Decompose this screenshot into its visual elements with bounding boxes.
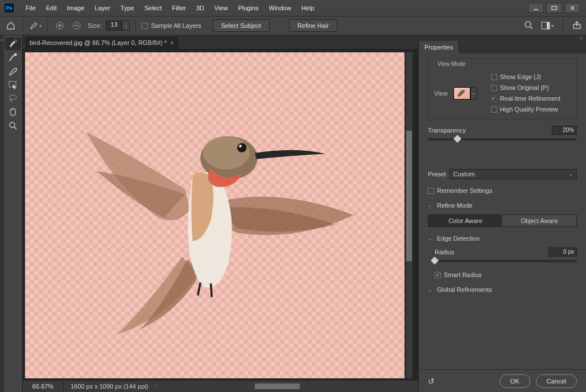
preset-dropdown[interactable]: Custom ⌄	[449, 169, 577, 179]
home-icon[interactable]	[5, 19, 17, 32]
view-mode-group: View Mode View ⌄ Show Edge (J) Show Orig…	[428, 58, 577, 120]
workspace-switch-icon[interactable]: ▾	[541, 22, 554, 30]
bird-image	[55, 72, 366, 358]
options-bar: ▾ Size: 13 ⌄ Sample All Layers Select Su…	[0, 16, 586, 35]
close-button[interactable]	[564, 3, 580, 13]
panel-footer: ↺ OK Cancel	[419, 369, 586, 392]
preset-label: Preset	[428, 171, 446, 178]
canvas[interactable]	[25, 52, 405, 378]
doc-tab[interactable]: bird-Recovered.jpg @ 66.7% (Layer 0, RGB…	[25, 36, 179, 49]
svg-point-25	[237, 143, 246, 152]
radius-slider[interactable]	[435, 260, 577, 262]
sample-all-layers-label: Sample All Layers	[151, 22, 201, 29]
edge-detection-header[interactable]: ⌄Edge Detection	[428, 235, 577, 242]
menu-layer[interactable]: Layer	[89, 0, 115, 16]
svg-point-22	[217, 176, 221, 180]
size-input[interactable]: 13	[106, 20, 122, 31]
add-selection-icon[interactable]	[53, 19, 66, 32]
refine-mode-header[interactable]: ⌄Refine Mode	[428, 202, 577, 209]
menu-file[interactable]: File	[20, 0, 41, 16]
dimensions-readout: 1600 px x 1090 px (144 ppi)	[64, 383, 155, 390]
realtime-refinement-checkbox: Real-time Refinement	[491, 95, 560, 102]
properties-tab[interactable]: Properties	[419, 41, 459, 53]
lasso-tool[interactable]	[5, 92, 21, 105]
svg-point-15	[14, 53, 17, 56]
document-area: bird-Recovered.jpg @ 66.7% (Layer 0, RGB…	[23, 35, 418, 392]
object-aware-toggle[interactable]: Object Aware	[502, 215, 576, 226]
svg-point-17	[10, 95, 16, 100]
subtract-selection-icon[interactable]	[71, 19, 83, 32]
cancel-button[interactable]: Cancel	[536, 374, 577, 388]
menu-help[interactable]: Help	[296, 0, 320, 16]
transparency-slider[interactable]	[428, 138, 577, 141]
search-icon[interactable]	[524, 20, 533, 31]
vertical-scrollbar[interactable]	[406, 52, 412, 378]
size-label: Size:	[88, 22, 101, 29]
doc-tab-bar: bird-Recovered.jpg @ 66.7% (Layer 0, RGB…	[23, 35, 418, 49]
transparency-control: Transparency 20%	[428, 126, 577, 141]
properties-panel: Properties View Mode View ⌄ Show Edge (J…	[418, 35, 586, 392]
radius-label: Radius	[435, 249, 454, 255]
zoom-readout[interactable]: 66.67%	[23, 381, 64, 392]
menu-edit[interactable]: Edit	[41, 0, 62, 16]
menu-image[interactable]: Image	[62, 0, 90, 16]
menu-plugins[interactable]: Plugins	[233, 0, 263, 16]
high-quality-preview-checkbox[interactable]: High Quality Preview	[491, 106, 560, 113]
show-original-checkbox[interactable]: Show Original (P)	[491, 84, 560, 91]
show-edge-checkbox[interactable]: Show Edge (J)	[491, 73, 560, 80]
view-label: View	[434, 90, 448, 97]
zoom-tool[interactable]	[5, 119, 21, 132]
radius-control: Radius 0 px	[428, 247, 577, 262]
menu-window[interactable]: Window	[264, 0, 296, 16]
svg-point-18	[10, 122, 15, 127]
refine-hair-button[interactable]: Refine Hair	[289, 19, 337, 32]
app-logo: Ps	[5, 3, 14, 13]
size-dropdown[interactable]: ⌄	[122, 20, 130, 31]
hand-tool[interactable]	[5, 106, 21, 118]
menu-filter[interactable]: Filter	[167, 0, 191, 16]
transparency-label: Transparency	[428, 127, 466, 134]
view-mode-title: View Mode	[438, 61, 465, 67]
minimize-button[interactable]	[528, 3, 544, 13]
transparency-value[interactable]: 20%	[552, 126, 577, 135]
refine-edge-brush-tool[interactable]	[5, 51, 21, 64]
brush-preset-icon[interactable]: ▾	[29, 19, 42, 32]
reset-icon[interactable]: ↺	[428, 377, 435, 386]
svg-point-23	[225, 180, 229, 184]
toolbar-grip[interactable]	[0, 35, 4, 392]
close-tab-icon[interactable]: ×	[170, 39, 174, 46]
maximize-button[interactable]	[546, 3, 562, 13]
svg-rect-1	[552, 6, 556, 10]
remember-settings-checkbox[interactable]: Remember Settings	[428, 187, 577, 194]
select-subject-button[interactable]: Select Subject	[213, 19, 270, 32]
menu-3d[interactable]: 3D	[191, 0, 209, 16]
svg-point-26	[240, 145, 242, 148]
object-selection-tool[interactable]	[5, 79, 21, 91]
view-swatch[interactable]	[453, 87, 471, 100]
menu-type[interactable]: Type	[115, 0, 139, 16]
svg-point-9	[525, 22, 531, 27]
ok-button[interactable]: OK	[500, 374, 530, 388]
brush-tool[interactable]	[5, 65, 21, 77]
global-refinements-header[interactable]: ⌄Global Refinements	[428, 286, 577, 293]
svg-rect-12	[547, 22, 550, 29]
refine-mode-toggle: Color Aware Object Aware	[428, 214, 577, 227]
menu-select[interactable]: Select	[139, 0, 167, 16]
left-toolbar	[4, 35, 23, 392]
color-aware-toggle[interactable]: Color Aware	[428, 215, 502, 226]
doc-tab-title: bird-Recovered.jpg @ 66.7% (Layer 0, RGB…	[30, 39, 167, 46]
quick-selection-tool[interactable]	[5, 38, 21, 50]
svg-line-19	[14, 127, 16, 129]
horizontal-scrollbar[interactable]	[164, 383, 415, 390]
menu-view[interactable]: View	[209, 0, 233, 16]
smart-radius-checkbox[interactable]: Smart Radius	[428, 271, 577, 278]
sample-all-layers-checkbox[interactable]: Sample All Layers	[142, 22, 201, 29]
svg-point-21	[203, 137, 250, 170]
view-dropdown[interactable]: ⌄	[471, 87, 477, 100]
menu-bar: Ps File Edit Image Layer Type Select Fil…	[0, 0, 586, 16]
svg-point-24	[234, 175, 238, 179]
share-icon[interactable]	[572, 20, 581, 31]
svg-line-10	[530, 27, 533, 29]
radius-value[interactable]: 0 px	[548, 247, 577, 257]
panel-grip[interactable]	[419, 35, 586, 41]
